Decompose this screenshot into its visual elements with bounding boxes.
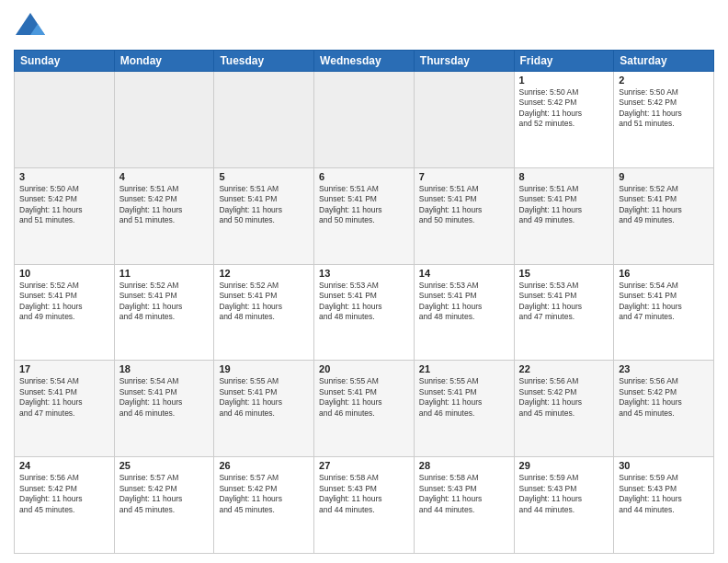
calendar-cell: 17Sunrise: 5:54 AM Sunset: 5:41 PM Dayli… <box>15 361 115 457</box>
calendar-cell: 24Sunrise: 5:56 AM Sunset: 5:42 PM Dayli… <box>15 457 115 554</box>
weekday-header-saturday: Saturday <box>614 51 714 72</box>
calendar-cell <box>314 72 415 168</box>
calendar-header: SundayMondayTuesdayWednesdayThursdayFrid… <box>15 51 714 72</box>
calendar-table: SundayMondayTuesdayWednesdayThursdayFrid… <box>14 50 714 554</box>
weekday-header-sunday: Sunday <box>15 51 115 72</box>
calendar-cell <box>414 72 514 168</box>
calendar-cell: 8Sunrise: 5:51 AM Sunset: 5:41 PM Daylig… <box>514 167 614 264</box>
calendar-cell: 26Sunrise: 5:57 AM Sunset: 5:42 PM Dayli… <box>214 457 314 554</box>
day-info: Sunrise: 5:54 AM Sunset: 5:41 PM Dayligh… <box>119 376 210 419</box>
day-number: 1 <box>519 75 609 86</box>
weekday-header-row: SundayMondayTuesdayWednesdayThursdayFrid… <box>15 51 714 72</box>
day-number: 30 <box>619 460 709 471</box>
calendar-cell: 1Sunrise: 5:50 AM Sunset: 5:42 PM Daylig… <box>514 72 614 168</box>
calendar-cell <box>15 72 115 168</box>
day-number: 28 <box>419 460 509 471</box>
day-number: 23 <box>619 363 709 374</box>
calendar-cell: 2Sunrise: 5:50 AM Sunset: 5:42 PM Daylig… <box>614 72 714 168</box>
day-number: 26 <box>219 460 309 471</box>
calendar-cell: 25Sunrise: 5:57 AM Sunset: 5:42 PM Dayli… <box>114 457 214 554</box>
day-number: 9 <box>619 171 709 182</box>
calendar-cell: 4Sunrise: 5:51 AM Sunset: 5:42 PM Daylig… <box>114 167 214 264</box>
day-info: Sunrise: 5:57 AM Sunset: 5:42 PM Dayligh… <box>219 473 309 515</box>
day-number: 4 <box>119 171 210 182</box>
day-info: Sunrise: 5:52 AM Sunset: 5:41 PM Dayligh… <box>219 281 309 323</box>
day-number: 14 <box>419 268 509 279</box>
calendar-cell: 10Sunrise: 5:52 AM Sunset: 5:41 PM Dayli… <box>15 264 115 361</box>
day-info: Sunrise: 5:52 AM Sunset: 5:41 PM Dayligh… <box>19 281 109 323</box>
day-info: Sunrise: 5:57 AM Sunset: 5:42 PM Dayligh… <box>119 473 210 515</box>
day-number: 25 <box>119 460 210 471</box>
day-number: 2 <box>619 75 709 86</box>
day-number: 17 <box>19 363 109 374</box>
weekday-header-tuesday: Tuesday <box>214 51 314 72</box>
calendar-cell: 3Sunrise: 5:50 AM Sunset: 5:42 PM Daylig… <box>15 167 115 264</box>
day-info: Sunrise: 5:51 AM Sunset: 5:42 PM Dayligh… <box>119 184 210 226</box>
calendar-cell: 5Sunrise: 5:51 AM Sunset: 5:41 PM Daylig… <box>214 167 314 264</box>
day-info: Sunrise: 5:51 AM Sunset: 5:41 PM Dayligh… <box>319 184 409 226</box>
day-info: Sunrise: 5:55 AM Sunset: 5:41 PM Dayligh… <box>419 376 509 419</box>
calendar-cell: 11Sunrise: 5:52 AM Sunset: 5:41 PM Dayli… <box>114 264 214 361</box>
day-info: Sunrise: 5:59 AM Sunset: 5:43 PM Dayligh… <box>519 473 609 515</box>
calendar-cell: 13Sunrise: 5:53 AM Sunset: 5:41 PM Dayli… <box>314 264 415 361</box>
calendar-cell: 20Sunrise: 5:55 AM Sunset: 5:41 PM Dayli… <box>314 361 415 457</box>
day-info: Sunrise: 5:55 AM Sunset: 5:41 PM Dayligh… <box>319 376 409 419</box>
calendar-week-0: 1Sunrise: 5:50 AM Sunset: 5:42 PM Daylig… <box>15 72 714 168</box>
day-number: 24 <box>19 460 109 471</box>
day-number: 6 <box>319 171 409 182</box>
calendar-cell: 6Sunrise: 5:51 AM Sunset: 5:41 PM Daylig… <box>314 167 415 264</box>
weekday-header-thursday: Thursday <box>414 51 514 72</box>
day-info: Sunrise: 5:51 AM Sunset: 5:41 PM Dayligh… <box>219 184 309 226</box>
day-number: 3 <box>19 171 109 182</box>
page: SundayMondayTuesdayWednesdayThursdayFrid… <box>0 0 728 563</box>
calendar-week-3: 17Sunrise: 5:54 AM Sunset: 5:41 PM Dayli… <box>15 361 714 457</box>
calendar-cell: 22Sunrise: 5:56 AM Sunset: 5:42 PM Dayli… <box>514 361 614 457</box>
day-number: 16 <box>619 268 709 279</box>
calendar-cell: 16Sunrise: 5:54 AM Sunset: 5:41 PM Dayli… <box>614 264 714 361</box>
day-info: Sunrise: 5:58 AM Sunset: 5:43 PM Dayligh… <box>419 473 509 515</box>
calendar-cell: 19Sunrise: 5:55 AM Sunset: 5:41 PM Dayli… <box>214 361 314 457</box>
weekday-header-monday: Monday <box>114 51 214 72</box>
day-number: 5 <box>219 171 309 182</box>
day-info: Sunrise: 5:53 AM Sunset: 5:41 PM Dayligh… <box>319 281 409 323</box>
day-number: 11 <box>119 268 210 279</box>
calendar-cell: 18Sunrise: 5:54 AM Sunset: 5:41 PM Dayli… <box>114 361 214 457</box>
calendar-week-4: 24Sunrise: 5:56 AM Sunset: 5:42 PM Dayli… <box>15 457 714 554</box>
logo-icon <box>14 9 47 42</box>
day-info: Sunrise: 5:56 AM Sunset: 5:42 PM Dayligh… <box>619 376 709 419</box>
calendar-body: 1Sunrise: 5:50 AM Sunset: 5:42 PM Daylig… <box>15 72 714 554</box>
day-info: Sunrise: 5:50 AM Sunset: 5:42 PM Dayligh… <box>619 87 709 130</box>
day-info: Sunrise: 5:53 AM Sunset: 5:41 PM Dayligh… <box>419 281 509 323</box>
calendar-cell: 7Sunrise: 5:51 AM Sunset: 5:41 PM Daylig… <box>414 167 514 264</box>
calendar-cell: 12Sunrise: 5:52 AM Sunset: 5:41 PM Dayli… <box>214 264 314 361</box>
day-info: Sunrise: 5:51 AM Sunset: 5:41 PM Dayligh… <box>419 184 509 226</box>
day-info: Sunrise: 5:54 AM Sunset: 5:41 PM Dayligh… <box>19 376 109 419</box>
day-number: 7 <box>419 171 509 182</box>
calendar-cell <box>214 72 314 168</box>
day-number: 18 <box>119 363 210 374</box>
calendar-cell: 15Sunrise: 5:53 AM Sunset: 5:41 PM Dayli… <box>514 264 614 361</box>
day-number: 15 <box>519 268 609 279</box>
day-info: Sunrise: 5:56 AM Sunset: 5:42 PM Dayligh… <box>19 473 109 515</box>
calendar-cell <box>114 72 214 168</box>
day-number: 8 <box>519 171 609 182</box>
weekday-header-wednesday: Wednesday <box>314 51 415 72</box>
calendar-cell: 23Sunrise: 5:56 AM Sunset: 5:42 PM Dayli… <box>614 361 714 457</box>
day-info: Sunrise: 5:50 AM Sunset: 5:42 PM Dayligh… <box>519 87 609 130</box>
logo <box>14 9 51 42</box>
day-number: 27 <box>319 460 409 471</box>
calendar-cell: 27Sunrise: 5:58 AM Sunset: 5:43 PM Dayli… <box>314 457 415 554</box>
weekday-header-friday: Friday <box>514 51 614 72</box>
day-info: Sunrise: 5:51 AM Sunset: 5:41 PM Dayligh… <box>519 184 609 226</box>
calendar-cell: 9Sunrise: 5:52 AM Sunset: 5:41 PM Daylig… <box>614 167 714 264</box>
day-info: Sunrise: 5:53 AM Sunset: 5:41 PM Dayligh… <box>519 281 609 323</box>
day-number: 20 <box>319 363 409 374</box>
day-number: 29 <box>519 460 609 471</box>
day-number: 10 <box>19 268 109 279</box>
day-info: Sunrise: 5:52 AM Sunset: 5:41 PM Dayligh… <box>119 281 210 323</box>
calendar-cell: 28Sunrise: 5:58 AM Sunset: 5:43 PM Dayli… <box>414 457 514 554</box>
day-number: 12 <box>219 268 309 279</box>
calendar-cell: 21Sunrise: 5:55 AM Sunset: 5:41 PM Dayli… <box>414 361 514 457</box>
day-number: 19 <box>219 363 309 374</box>
calendar-cell: 30Sunrise: 5:59 AM Sunset: 5:43 PM Dayli… <box>614 457 714 554</box>
